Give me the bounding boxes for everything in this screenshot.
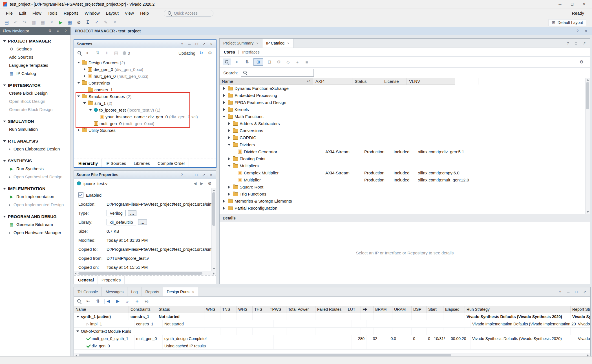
redo-icon[interactable]: ↷ (21, 20, 28, 25)
chevron-right-icon[interactable] (222, 100, 226, 105)
fn-section-header[interactable]: SYNTHESIS (0, 157, 70, 165)
tree-item[interactable]: div_gen_0(div_gen_0.xci) (74, 66, 216, 73)
browse-button[interactable]: … (128, 210, 136, 216)
close-icon[interactable]: × (209, 173, 213, 177)
catalog-row-divider-generator[interactable]: Divider GeneratorAXI4-StreamProductionIn… (220, 148, 455, 155)
close-icon[interactable]: × (209, 42, 213, 46)
float-icon[interactable]: ↗ (202, 173, 206, 177)
float-icon[interactable]: ↗ (582, 290, 587, 294)
chevron-right-icon[interactable] (227, 185, 231, 189)
fn-item-generate-bitstream[interactable]: ▦Generate Bitstream (0, 220, 70, 228)
column-header-status[interactable]: Status (157, 306, 204, 313)
report-icon[interactable]: Σ (84, 20, 92, 25)
menu-tools[interactable]: Tools (45, 9, 61, 17)
catalog-row-trig-functions[interactable]: Trig Functions (220, 190, 455, 197)
catalog-row-complex-multiplier[interactable]: Complex MultiplierAXI4-StreamProductionI… (220, 169, 455, 176)
menu-edit[interactable]: Edit (16, 9, 29, 17)
catalog-row-partial-reconfiguration[interactable]: Partial Reconfiguration (220, 205, 455, 212)
tree-item[interactable]: tb_ipcore_test(ipcore_test.v) (1) (74, 106, 216, 113)
column-header-failed-routes[interactable]: Failed Routes (315, 306, 346, 313)
quick-access-search[interactable]: Quick Access (164, 10, 213, 17)
fn-item-generate-block-design[interactable]: Generate Block Design (0, 105, 70, 114)
column-header-wns[interactable]: WNS (204, 306, 220, 313)
properties-hscrollbar[interactable] (74, 271, 216, 275)
maximize-icon[interactable]: □ (574, 41, 578, 45)
menu-flow[interactable]: Flow (29, 9, 45, 17)
column-header-license[interactable]: License (382, 78, 407, 85)
chevron-down-icon[interactable] (227, 143, 231, 147)
column-header-tpws[interactable]: TPWS (268, 306, 286, 313)
fn-item-open-hardware-manager[interactable]: Open Hardware Manager (0, 228, 70, 237)
run-row-div-gen-0[interactable]: div_gen_0Using cached IP results (74, 342, 590, 350)
fn-item-language-templates[interactable]: Language Templates (0, 61, 70, 69)
help-icon[interactable]: ? (566, 41, 570, 45)
column-header-start[interactable]: Start (427, 306, 443, 313)
minimize-button[interactable]: ─ (558, 2, 561, 6)
add-repository-icon[interactable]: ◇ (285, 59, 291, 65)
enabled-checkbox[interactable] (78, 192, 83, 197)
copy-icon[interactable]: ▥ (30, 20, 37, 25)
help-icon[interactable]: ? (180, 42, 184, 46)
column-header-status[interactable]: Status (352, 78, 382, 85)
fn-item-open-implemented-design[interactable]: Open Implemented Design (0, 201, 70, 209)
messages-badge[interactable]: 0 (123, 51, 130, 56)
column-header-axi4[interactable]: AXI4 (313, 78, 352, 85)
tree-item[interactable]: Utility Sources (74, 127, 216, 134)
fn-section-header[interactable]: SIMULATION (0, 117, 70, 125)
gear-icon[interactable]: ⚙ (207, 50, 213, 56)
catalog-row-kernels[interactable]: Kernels (220, 106, 455, 113)
tab-project-summary[interactable]: Project Summary× (220, 39, 262, 48)
fn-section-header[interactable]: IP INTEGRATOR (0, 81, 70, 89)
menu-help[interactable]: Help (137, 9, 152, 17)
chevron-down-icon[interactable] (82, 101, 87, 105)
maximize-icon[interactable]: □ (574, 290, 578, 294)
chevron-down-icon[interactable] (88, 108, 92, 112)
tab-messages[interactable]: Messages (102, 287, 127, 296)
help-icon[interactable]: ? (558, 290, 562, 294)
settings-icon[interactable]: ⚙ (75, 20, 83, 25)
close-icon[interactable]: × (584, 29, 588, 33)
chevron-right-icon[interactable] (222, 107, 226, 112)
undo-icon[interactable]: ↶ (12, 20, 19, 25)
float-icon[interactable]: ↗ (582, 41, 586, 45)
catalog-row-memories-storage-elements[interactable]: Memories & Storage Elements (220, 197, 455, 205)
catalog-row-embedded-processing[interactable]: Embedded Processing (220, 92, 455, 99)
expand-all-icon[interactable]: ⇅ (48, 29, 52, 33)
expand-all-icon[interactable]: ⇅ (244, 59, 250, 65)
menu-file[interactable]: File (3, 9, 16, 17)
chevron-down-icon[interactable] (76, 329, 80, 333)
chevron-right-icon[interactable] (227, 192, 231, 196)
column-header-whs[interactable]: WHS (237, 306, 253, 313)
paste-icon[interactable]: ▦ (39, 20, 47, 25)
catalog-row-dividers[interactable]: Dividers (220, 141, 455, 148)
sources-panel-header[interactable]: Sources ?─□↗× (74, 40, 216, 48)
fn-section-header[interactable]: IMPLEMENTATION (0, 185, 70, 192)
column-header-constraints[interactable]: Constraints (129, 306, 157, 313)
delete-icon[interactable]: × (48, 20, 56, 25)
save-project-icon[interactable]: ▤ (3, 20, 10, 25)
tree-item[interactable]: your_instance_name : div_gen_0(div_gen_0… (74, 113, 216, 120)
tree-item[interactable]: sim_1(2) (74, 100, 216, 106)
catalog-row-dynamic-function-exchange[interactable]: Dynamic Function eXchange (220, 85, 455, 92)
chevron-right-icon[interactable] (82, 74, 87, 78)
validate-icon[interactable]: ✓ (93, 20, 101, 25)
chevron-down-icon[interactable] (76, 314, 80, 319)
column-header-vlnv[interactable]: VLNV (407, 78, 478, 85)
fn-item-settings[interactable]: ⚙Settings (0, 45, 70, 53)
view-cores[interactable]: Cores (224, 50, 235, 54)
tree-item[interactable]: constrs_1 (74, 86, 216, 93)
tree-item[interactable]: Design Sources(2) (74, 59, 216, 66)
chevron-right-icon[interactable] (227, 136, 231, 140)
catalog-row-conversions[interactable]: Conversions (220, 127, 455, 134)
column-header-tns[interactable]: TNS (220, 306, 237, 313)
chevron-down-icon[interactable] (76, 81, 81, 85)
fn-item-run-simulation[interactable]: Run Simulation (0, 125, 70, 133)
chevron-down-icon[interactable] (76, 94, 81, 99)
minimize-icon[interactable]: ─ (187, 173, 191, 177)
catalog-row-math-functions[interactable]: Math Functions (220, 113, 455, 120)
sources-tab-hierarchy[interactable]: Hierarchy (75, 159, 102, 167)
help-icon[interactable]: ? (575, 29, 580, 33)
help-icon[interactable]: ? (180, 173, 184, 177)
chevron-right-icon[interactable] (82, 67, 87, 72)
catalog-search-input[interactable] (241, 69, 314, 77)
